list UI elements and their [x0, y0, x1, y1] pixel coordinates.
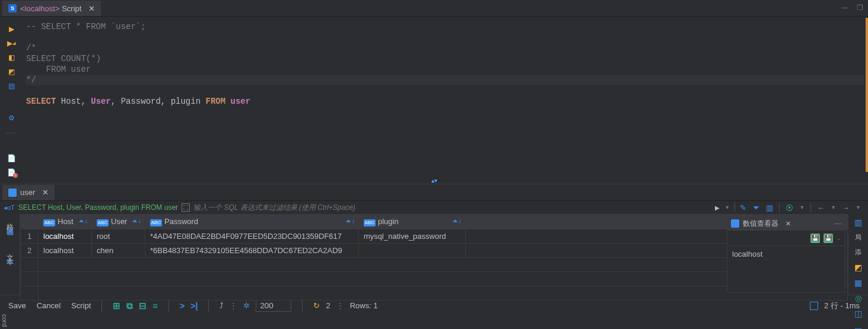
calc-icon[interactable]: ▦	[854, 278, 862, 288]
page-size-input[interactable]	[256, 299, 291, 312]
side-label: cord	[0, 312, 9, 329]
column-header-plugin[interactable]: ABCplugin⏶↓	[359, 215, 466, 229]
export-side-icon[interactable]: ▭	[854, 324, 862, 329]
editor-tab-bar: S <localhost> Script ✕ — ❐	[0, 0, 868, 17]
filter-input[interactable]	[193, 203, 711, 212]
link-icon[interactable]: ⦿	[786, 203, 793, 212]
plan-icon[interactable]: ◩	[7, 68, 17, 76]
restore-icon[interactable]: ❐	[857, 4, 863, 12]
grid-mode-icon[interactable]: ▦	[7, 227, 14, 236]
settings-icon[interactable]: ⚙	[7, 114, 17, 122]
table-row[interactable]: 1 localhost root *4AD47E08DAE2BD4F0977EE…	[21, 229, 848, 244]
results-grid[interactable]: ABCHost⏶↓ ABCUser⏶↓ ABCPassword⏶↓ ABCplu…	[20, 214, 848, 295]
panels-icon[interactable]: ▥	[854, 218, 862, 227]
explain-icon[interactable]: ◧	[7, 53, 17, 62]
filter-funnel-icon[interactable]: ⏷	[752, 203, 760, 212]
results-tab[interactable]: user ✕	[2, 185, 55, 200]
save-value-icon[interactable]: 💾	[810, 234, 820, 243]
script-button[interactable]: Script	[71, 301, 91, 310]
viewer-value[interactable]: localhost	[727, 246, 845, 262]
query-link-icon[interactable]: ◂oT	[4, 204, 15, 212]
outline-icon[interactable]: ▤	[7, 82, 17, 90]
tab-connection: <localhost>	[20, 4, 60, 13]
chevron-down-icon[interactable]: ⌄	[837, 235, 841, 241]
save-button[interactable]: Save	[8, 301, 26, 310]
status-text: 2 行 - 1ms	[824, 301, 860, 311]
layout-icon[interactable]	[810, 302, 818, 310]
script-file-icon: S	[8, 4, 17, 12]
link-menu-icon[interactable]: ▼	[799, 205, 805, 210]
delete-row-icon[interactable]: ⊟	[139, 301, 147, 311]
close-icon[interactable]: ✕	[88, 4, 95, 13]
column-header-user[interactable]: ABCUser⏶↓	[92, 215, 145, 229]
results-tab-bar: user ✕	[0, 184, 868, 201]
add-row-icon[interactable]: ⊞	[113, 301, 120, 311]
column-header-password[interactable]: ABCPassword⏶↓	[145, 215, 359, 229]
split-handle[interactable]: ▴▾	[0, 177, 868, 184]
more-icon[interactable]: ····	[6, 128, 17, 137]
close-icon[interactable]: ✕	[786, 220, 791, 228]
chart-icon[interactable]: ◩	[854, 263, 862, 272]
scrollbar-marker	[866, 18, 868, 172]
nav-back-icon[interactable]: ←	[817, 203, 825, 212]
apply-filter-icon[interactable]: ▶	[715, 205, 720, 211]
selected-cell: localhost	[39, 229, 92, 244]
minimize-icon[interactable]: —	[841, 4, 848, 12]
execute-script-icon[interactable]: ▶◢	[7, 39, 17, 47]
expand-icon[interactable]: ⛶	[182, 203, 190, 212]
viewer-title: 数值查看器	[743, 219, 778, 229]
file-icon[interactable]: 📄	[7, 154, 17, 162]
right-view-tools: ▥ 局 添 ◩ ▦ ◎ ◫ ▭	[848, 214, 868, 295]
value-viewer-panel: 数值查看器 ✕ — 💾 💾 ⌄ localhost	[727, 216, 845, 293]
sql-editor[interactable]: -- SELECT * FROM `user`; /* SELECT COUNT…	[23, 17, 868, 177]
tab-title: Script	[62, 4, 81, 13]
executed-query[interactable]: SELECT Host, User, Password, plugin FROM…	[18, 203, 178, 212]
page-last-icon[interactable]: >|	[190, 301, 198, 311]
results-tab-label: user	[20, 188, 35, 197]
editor-gutter: ▶ ▶◢ ◧ ◩ ▤ ⚙ ···· 📄 📄!	[0, 17, 23, 177]
editor-tab[interactable]: S <localhost> Script ✕	[2, 1, 101, 16]
table-icon	[8, 189, 17, 197]
left-view-tools: 格 区 ▦ 文 本 ⇆	[0, 214, 20, 295]
column-header-host[interactable]: ABCHost⏶↓	[39, 215, 92, 229]
minimize-icon[interactable]: —	[834, 219, 841, 228]
editor-area: ▶ ▶◢ ◧ ◩ ▤ ⚙ ···· 📄 📄! -- SELECT * FROM …	[0, 17, 868, 177]
rownum-header[interactable]	[21, 215, 39, 229]
filter-history-icon[interactable]: ▼	[724, 205, 730, 210]
pencil-icon[interactable]: ✎	[740, 203, 746, 212]
viewer-icon	[731, 219, 739, 228]
page-prev-icon[interactable]: >	[180, 301, 185, 311]
execute-icon[interactable]: ▶	[7, 25, 17, 33]
refresh-icon[interactable]: ↻	[313, 301, 320, 310]
close-icon[interactable]: ✕	[42, 188, 49, 197]
text-mode-icon[interactable]: ⇆	[7, 257, 13, 266]
filter-bar: ◂oT SELECT Host, User, Password, plugin …	[0, 201, 868, 214]
edit-row-icon[interactable]: ≡	[152, 301, 158, 311]
file-error-icon[interactable]: 📄!	[7, 168, 17, 177]
columns-icon[interactable]: ▥	[766, 203, 773, 212]
cancel-button[interactable]: Cancel	[37, 301, 61, 310]
export-icon[interactable]: ⤴	[220, 301, 224, 310]
gear-icon[interactable]: ✲	[243, 301, 250, 310]
nav-fwd-icon[interactable]: →	[842, 203, 850, 212]
save-as-icon[interactable]: 💾	[824, 234, 833, 243]
table-row[interactable]: 2 localhost chen *6BB4837EB74329105EE456…	[21, 244, 848, 258]
duplicate-row-icon[interactable]: ⧉	[126, 301, 133, 311]
